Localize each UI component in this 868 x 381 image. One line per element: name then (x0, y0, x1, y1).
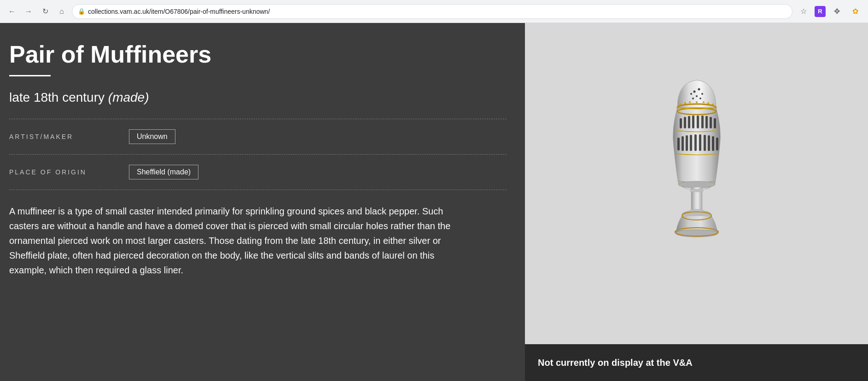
svg-rect-36 (682, 136, 684, 151)
svg-rect-27 (684, 117, 686, 128)
page-content: Pair of Muffineers late 18th century (ma… (0, 23, 868, 381)
ext-r-icon[interactable]: R (815, 6, 826, 17)
svg-rect-30 (697, 115, 699, 128)
lock-icon: 🔒 (78, 8, 85, 15)
display-notice: Not currently on display at the V&A (525, 344, 868, 381)
origin-tag[interactable]: Sheffield (made) (129, 165, 198, 179)
origin-section: PLACE OF ORIGIN Sheffield (made) (9, 154, 507, 190)
svg-point-14 (703, 101, 705, 103)
svg-point-15 (707, 102, 709, 104)
ext-flower-button[interactable]: ✿ (848, 4, 862, 19)
svg-point-5 (690, 93, 692, 95)
svg-point-16 (712, 104, 714, 105)
svg-rect-40 (699, 134, 701, 151)
artist-label: ARTIST/MAKER (9, 133, 111, 140)
artist-tag[interactable]: Unknown (129, 129, 175, 144)
svg-rect-37 (686, 135, 688, 151)
date-qualifier: (made) (108, 90, 149, 104)
svg-rect-34 (714, 118, 716, 128)
origin-row: PLACE OF ORIGIN Sheffield (made) (9, 163, 507, 181)
right-panel: Not currently on display at the V&A (525, 23, 868, 381)
svg-rect-38 (690, 135, 692, 151)
browser-actions: ☆ R ✥ ✿ (796, 4, 862, 19)
svg-rect-31 (701, 115, 704, 128)
back-button[interactable]: ← (6, 5, 18, 18)
svg-rect-39 (694, 134, 697, 151)
svg-point-1 (693, 91, 695, 93)
svg-rect-33 (710, 117, 712, 128)
browser-chrome: ← → ↻ ⌂ 🔒 collections.vam.ac.uk/item/O67… (0, 0, 868, 23)
svg-point-6 (699, 98, 701, 99)
svg-rect-26 (680, 118, 682, 128)
svg-point-45 (678, 181, 715, 188)
date-text: late 18th century (9, 90, 108, 104)
svg-point-3 (701, 93, 703, 95)
description-text: A muffineer is a type of small caster in… (9, 204, 460, 277)
home-button[interactable]: ⌂ (55, 5, 68, 18)
address-bar[interactable]: 🔒 collections.vam.ac.uk/item/O67806/pair… (72, 4, 792, 19)
image-container (525, 23, 868, 344)
svg-rect-28 (688, 116, 690, 128)
origin-label: PLACE OF ORIGIN (9, 168, 111, 176)
forward-button[interactable]: → (22, 5, 35, 18)
reload-button[interactable]: ↻ (39, 5, 52, 18)
ext-puzzle-button[interactable]: ✥ (829, 4, 844, 19)
artist-row: ARTIST/MAKER Unknown (9, 127, 507, 146)
bookmark-button[interactable]: ☆ (796, 4, 811, 19)
svg-rect-41 (704, 135, 706, 151)
svg-point-13 (696, 101, 698, 103)
svg-point-4 (696, 95, 698, 97)
svg-rect-29 (692, 115, 694, 128)
url-text: collections.vam.ac.uk/item/O67806/pair-o… (88, 8, 270, 15)
date-line: late 18th century (made) (9, 90, 507, 105)
svg-point-2 (698, 88, 700, 91)
svg-rect-44 (716, 138, 718, 150)
svg-point-12 (689, 101, 691, 103)
main-area: Pair of Muffineers late 18th century (ma… (0, 23, 525, 381)
svg-point-11 (684, 102, 686, 104)
title-underline (9, 75, 51, 76)
page-title: Pair of Muffineers (9, 41, 507, 68)
artist-section: ARTIST/MAKER Unknown (9, 119, 507, 154)
svg-point-7 (692, 98, 694, 99)
svg-rect-35 (677, 138, 680, 150)
svg-rect-47 (690, 189, 703, 192)
muffineer-image (628, 64, 766, 303)
svg-point-10 (680, 104, 682, 105)
display-notice-text: Not currently on display at the V&A (538, 358, 693, 368)
svg-rect-42 (708, 135, 710, 151)
svg-rect-43 (712, 136, 714, 151)
svg-rect-32 (705, 116, 708, 128)
